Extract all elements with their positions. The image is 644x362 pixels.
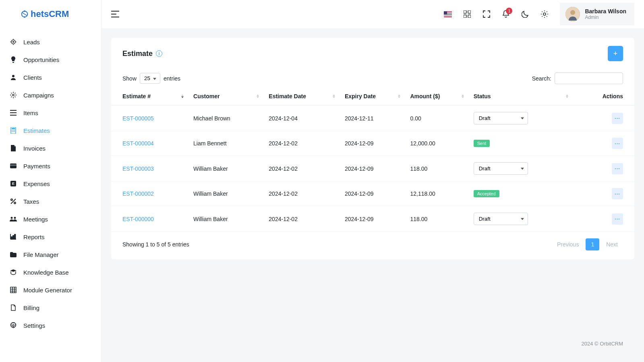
- row-actions-button[interactable]: ···: [612, 163, 623, 174]
- amount-cell: 118.00: [406, 156, 469, 182]
- expiry-date-cell: 2024-12-09: [341, 131, 406, 156]
- sidebar-item-label: Taxes: [23, 198, 39, 205]
- customer-cell: Michael Brown: [189, 105, 265, 131]
- svg-point-31: [543, 13, 546, 15]
- row-actions-button[interactable]: ···: [612, 213, 623, 225]
- user-role: Admin: [585, 14, 626, 20]
- sidebar-item-label: Meetings: [23, 216, 48, 223]
- estimate-link[interactable]: EST-000002: [122, 190, 154, 197]
- estimate-link[interactable]: EST-000005: [122, 115, 154, 122]
- svg-rect-24: [13, 236, 14, 239]
- sidebar-nav: LeadsOpportunitiesClientsCampaignsItemsE…: [0, 28, 101, 362]
- notification-badge: 1: [506, 8, 512, 14]
- column-header[interactable]: Estimate #: [111, 87, 189, 105]
- sidebar-item-clients[interactable]: Clients: [0, 68, 101, 86]
- sidebar-item-label: Clients: [23, 74, 42, 81]
- brand-logo[interactable]: hetsCRM: [0, 0, 101, 28]
- column-header: Actions: [574, 87, 634, 105]
- dark-mode-icon[interactable]: [521, 10, 529, 18]
- svg-rect-26: [10, 287, 16, 293]
- status-select[interactable]: Draft: [474, 112, 528, 124]
- table-row: EST-000002 William Baker 2024-12-02 2024…: [111, 182, 634, 206]
- sidebar-item-module-generator[interactable]: Module Generator: [0, 281, 101, 299]
- entries-label: entries: [164, 75, 180, 82]
- sidebar-item-label: Module Generator: [23, 287, 72, 294]
- sidebar-item-opportunities[interactable]: Opportunities: [0, 51, 101, 68]
- expiry-date-cell: 2024-12-09: [341, 206, 406, 232]
- svg-rect-15: [10, 163, 17, 168]
- sidebar-item-label: Leads: [23, 39, 40, 46]
- svg-point-4: [12, 41, 14, 43]
- footer-text: 2024 © OrbitCRM: [111, 335, 634, 352]
- settings-icon[interactable]: [540, 10, 549, 18]
- sidebar-item-meetings[interactable]: Meetings: [0, 210, 101, 228]
- row-actions-button[interactable]: ···: [612, 188, 623, 199]
- row-actions-button[interactable]: ···: [612, 113, 623, 124]
- entries-select[interactable]: 25: [140, 73, 160, 84]
- amount-cell: 0.00: [406, 105, 469, 131]
- row-actions-button[interactable]: ···: [612, 138, 623, 149]
- user-menu[interactable]: Barbara Wilson Admin: [560, 3, 634, 25]
- sidebar-item-taxes[interactable]: Taxes: [0, 192, 101, 210]
- estimate-date-cell: 2024-12-02: [265, 131, 341, 156]
- svg-point-12: [12, 131, 12, 132]
- status-select[interactable]: Draft: [474, 162, 528, 175]
- sidebar-item-payments[interactable]: Payments: [0, 157, 101, 175]
- customer-cell: Liam Bennett: [189, 131, 265, 156]
- invoices-icon: [10, 145, 17, 152]
- table-row: EST-000005 Michael Brown 2024-12-04 2024…: [111, 105, 634, 131]
- column-header[interactable]: Expiry Date: [341, 87, 406, 105]
- pagination-next[interactable]: Next: [601, 238, 623, 250]
- search-input[interactable]: [555, 72, 623, 84]
- sidebar-item-label: Reports: [23, 234, 45, 240]
- status-select[interactable]: Draft: [474, 213, 528, 225]
- search-label: Search:: [532, 75, 551, 82]
- add-estimate-button[interactable]: +: [608, 46, 623, 61]
- sidebar-item-campaigns[interactable]: Campaigns: [0, 86, 101, 104]
- svg-rect-27: [464, 10, 466, 13]
- sidebar-item-reports[interactable]: Reports: [0, 228, 101, 246]
- sidebar-item-file-manager[interactable]: File Manager: [0, 246, 101, 263]
- sidebar-item-invoices[interactable]: Invoices: [0, 139, 101, 157]
- sidebar-item-billing[interactable]: Billing: [0, 299, 101, 316]
- sidebar-item-estimates[interactable]: Estimates: [0, 122, 101, 139]
- estimate-link[interactable]: EST-000004: [122, 140, 154, 147]
- column-header[interactable]: Amount ($): [406, 87, 469, 105]
- column-header[interactable]: Status: [470, 87, 574, 105]
- svg-point-20: [14, 202, 16, 204]
- pagination-previous[interactable]: Previous: [552, 238, 584, 250]
- opportunities-icon: [10, 56, 17, 63]
- sidebar-item-items[interactable]: Items: [0, 104, 101, 122]
- sidebar: hetsCRM LeadsOpportunitiesClientsCampaig…: [0, 0, 101, 362]
- language-flag-icon[interactable]: [444, 10, 452, 18]
- avatar: [565, 7, 580, 21]
- reports-icon: [10, 233, 17, 240]
- items-icon: [10, 109, 17, 116]
- column-header[interactable]: Customer: [189, 87, 265, 105]
- estimate-link[interactable]: EST-000003: [122, 165, 154, 172]
- pagination-page[interactable]: 1: [586, 238, 599, 250]
- apps-grid-icon[interactable]: [463, 10, 471, 18]
- table-row: EST-000003 William Baker 2024-12-02 2024…: [111, 156, 634, 182]
- estimate-link[interactable]: EST-000000: [122, 216, 154, 222]
- notifications-icon[interactable]: 1: [502, 10, 510, 18]
- estimates-table: Estimate #CustomerEstimate DateExpiry Da…: [111, 87, 634, 232]
- sidebar-item-label: Campaigns: [23, 92, 54, 99]
- taxes-icon: [10, 198, 17, 205]
- column-header[interactable]: Estimate Date: [265, 87, 341, 105]
- billing-icon: [10, 304, 17, 311]
- svg-rect-29: [464, 15, 466, 18]
- fullscreen-icon[interactable]: [482, 10, 491, 18]
- sidebar-item-leads[interactable]: Leads: [0, 33, 101, 51]
- estimate-date-cell: 2024-12-02: [265, 182, 341, 206]
- menu-toggle-icon[interactable]: [111, 10, 119, 18]
- sidebar-item-label: File Manager: [23, 251, 59, 258]
- info-icon[interactable]: i: [156, 50, 162, 57]
- svg-point-9: [12, 130, 12, 131]
- sidebar-item-settings[interactable]: Settings: [0, 316, 101, 334]
- sidebar-item-label: Invoices: [23, 145, 46, 152]
- sidebar-item-knowledge-base[interactable]: Knowledge Base: [0, 263, 101, 281]
- sidebar-item-expenses[interactable]: EExpenses: [0, 175, 101, 192]
- meetings-icon: [10, 215, 17, 223]
- svg-point-6: [12, 94, 14, 96]
